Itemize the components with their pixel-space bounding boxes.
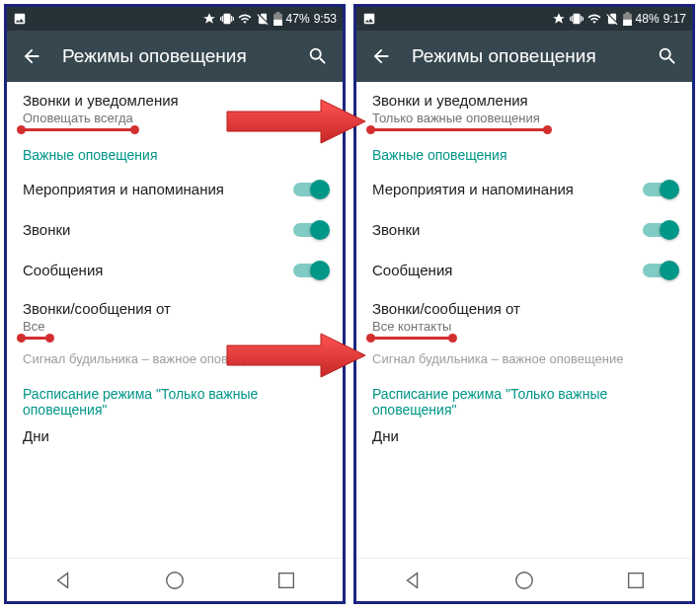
toggle-label: Мероприятия и напоминания xyxy=(372,181,574,197)
toggle-calls[interactable]: Звонки xyxy=(7,209,343,250)
back-icon[interactable] xyxy=(21,45,42,67)
annotation-arrow xyxy=(222,97,370,146)
toggle-label: Звонки xyxy=(372,221,420,238)
statusbar: 48% 9:17 xyxy=(356,7,692,31)
item-primary: Дни xyxy=(23,427,327,444)
no-sim-icon xyxy=(256,12,270,26)
annotation-arrow xyxy=(222,331,370,380)
switch-on[interactable] xyxy=(643,264,676,277)
search-icon[interactable] xyxy=(657,45,678,67)
switch-on[interactable] xyxy=(293,183,327,196)
svg-rect-3 xyxy=(623,20,632,26)
calls-notifications-item[interactable]: Звонки и уведомления Только важные опове… xyxy=(356,82,692,133)
toggle-label: Звонки xyxy=(23,221,70,238)
section-schedule: Расписание режима "Только важные оповеще… xyxy=(356,372,692,420)
nav-recent-icon[interactable] xyxy=(625,570,647,591)
toggle-events[interactable]: Мероприятия и напоминания xyxy=(356,169,692,209)
toggle-label: Сообщения xyxy=(372,262,452,278)
nav-recent-icon[interactable] xyxy=(275,570,297,591)
navbar xyxy=(356,558,692,601)
vibrate-icon xyxy=(570,12,583,26)
no-sim-icon xyxy=(605,12,619,26)
section-important: Важные оповещения xyxy=(356,133,692,169)
svg-point-1 xyxy=(167,572,184,588)
toggle-events[interactable]: Мероприятия и напоминания xyxy=(7,169,343,209)
days-item[interactable]: Дни xyxy=(356,420,692,458)
appbar: Режимы оповещения xyxy=(7,31,343,82)
back-icon[interactable] xyxy=(370,45,392,67)
battery-icon xyxy=(273,12,282,26)
nav-back-icon[interactable] xyxy=(402,570,424,591)
switch-on[interactable] xyxy=(643,223,676,237)
svg-rect-0 xyxy=(273,20,282,26)
statusbar: 47% 9:53 xyxy=(7,7,343,31)
calls-from-item[interactable]: Звонки/сообщения от Все контакты xyxy=(356,290,692,342)
svg-rect-5 xyxy=(629,573,644,587)
page-title: Режимы оповещения xyxy=(412,45,637,67)
image-icon xyxy=(13,12,27,26)
time-text: 9:53 xyxy=(314,12,337,26)
battery-icon xyxy=(623,12,632,26)
search-icon[interactable] xyxy=(307,45,329,67)
toggle-label: Сообщения xyxy=(23,262,103,278)
svg-point-4 xyxy=(516,572,533,588)
annotation-underline xyxy=(21,337,50,340)
hint-text: Сигнал будильника – важное оповещение xyxy=(356,342,692,372)
nav-home-icon[interactable] xyxy=(513,570,535,591)
item-primary: Звонки/сообщения от xyxy=(372,300,676,317)
star-icon xyxy=(552,12,566,26)
star-icon xyxy=(202,12,216,26)
content: Звонки и уведомления Только важные опове… xyxy=(356,82,692,558)
appbar: Режимы оповещения xyxy=(356,31,692,82)
switch-on[interactable] xyxy=(293,264,327,277)
toggle-messages[interactable]: Сообщения xyxy=(356,250,692,290)
switch-on[interactable] xyxy=(293,223,327,237)
battery-text: 48% xyxy=(636,12,660,26)
wifi-icon xyxy=(238,12,252,26)
svg-rect-2 xyxy=(279,573,294,587)
time-text: 9:17 xyxy=(663,12,686,26)
content: Звонки и уведомления Оповещать всегда Ва… xyxy=(7,82,343,558)
annotation-underline xyxy=(370,128,548,131)
nav-home-icon[interactable] xyxy=(164,570,186,591)
page-title: Режимы оповещения xyxy=(62,45,287,67)
item-primary: Звонки/сообщения от xyxy=(23,300,327,317)
toggle-calls[interactable]: Звонки xyxy=(356,209,692,250)
item-primary: Звонки и уведомления xyxy=(372,92,676,109)
image-icon xyxy=(362,12,376,26)
item-secondary: Все контакты xyxy=(372,319,676,334)
phone-right: 48% 9:17 Режимы оповещения Звонки и увед… xyxy=(353,4,695,604)
toggle-messages[interactable]: Сообщения xyxy=(7,250,343,290)
days-item[interactable]: Дни xyxy=(7,420,343,458)
toggle-label: Мероприятия и напоминания xyxy=(23,181,224,197)
navbar xyxy=(7,558,343,601)
phone-left: 47% 9:53 Режимы оповещения Звонки и увед… xyxy=(4,4,346,604)
switch-on[interactable] xyxy=(643,183,676,196)
battery-text: 47% xyxy=(286,12,310,26)
item-secondary: Только важные оповещения xyxy=(372,111,676,125)
nav-back-icon[interactable] xyxy=(52,570,74,591)
item-primary: Дни xyxy=(372,427,676,444)
vibrate-icon xyxy=(220,12,234,26)
annotation-underline xyxy=(21,128,135,131)
wifi-icon xyxy=(587,12,601,26)
annotation-underline xyxy=(370,337,453,340)
